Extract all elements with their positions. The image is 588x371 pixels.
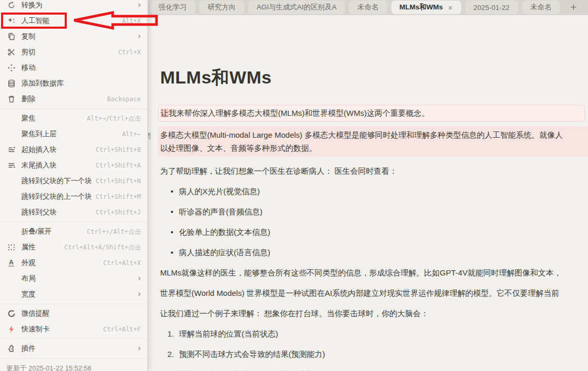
paragraph-doctor-intro[interactable]: 为了帮助理解，让我们想象一个医生在诊断病人： 医生会同时查看： (160, 165, 588, 177)
cursor-selection: 让 (161, 109, 169, 117)
tab-2025-01-22[interactable]: 2025-01-22 (465, 1, 518, 14)
tab-label: 研究方向 (208, 3, 236, 12)
menu-item-shortcut: Ctrl+↑/Alt+点击 (87, 228, 141, 236)
paragraph-billiards-intro[interactable]: 让我们通过一个例子来理解： 想象你在打台球。当你要击球时，你的大脑会： (160, 308, 588, 319)
highlighted-paragraph-block[interactable]: ¶ 多模态大模型(Multi-modal Large Models) 多模态大模… (158, 126, 588, 157)
menu-item-insert-block-start[interactable]: 起始插入块 Ctrl+Shift+B (0, 142, 147, 158)
menu-item-ai[interactable]: 人工智能 Alt+X (0, 13, 147, 29)
menu-item-jump-prev-sibling[interactable]: 跳转到父块的上一个块 Ctrl+Shift+M (0, 189, 147, 205)
sparkles-icon (7, 17, 16, 26)
menu-item-delete[interactable]: 删除 Backspace (0, 91, 147, 107)
new-tab-button[interactable]: + (565, 1, 582, 14)
chevron-right-icon: › (138, 273, 141, 284)
menu-item-label: 移动 (21, 63, 141, 73)
menu-item-label: 转换为 (21, 1, 138, 10)
menu-item-label: 删除 (21, 94, 107, 104)
menu-item-focus-parent[interactable]: 聚焦到上层 Alt+← (0, 126, 147, 142)
no-icon (7, 130, 16, 139)
appearance-icon: A (7, 259, 16, 268)
list-item[interactable]: 病人的X光片(视觉信息) (160, 186, 588, 197)
tab-reinforcement-learning[interactable]: 强化学习 (150, 1, 195, 14)
document-title[interactable]: MLMs和WMs (160, 67, 588, 88)
menu-item-shortcut: Ctrl+X (118, 49, 141, 56)
menu-item-shortcut: Alt+→/Ctrl+点击 (87, 114, 141, 123)
list-item[interactable]: 病人描述的症状(语言信息) (160, 247, 588, 258)
paragraph-gutter-icon: ¶ (148, 129, 151, 142)
menu-item-cut[interactable]: 剪切 Ctrl+X (0, 44, 147, 60)
menu-item-label: 外观 (21, 258, 103, 268)
menu-item-plugins[interactable]: 插件 › (0, 341, 147, 356)
menu-item-label: 快速制卡 (21, 325, 103, 334)
close-icon[interactable]: × (448, 3, 453, 12)
list-item[interactable]: 化验单上的数据(文本信息) (160, 226, 588, 238)
list-item[interactable]: 1.理解当前球的位置(当前状态) (160, 328, 588, 340)
list-item-text: 理解当前球的位置(当前状态) (179, 329, 278, 338)
list-item[interactable]: 听诊器的声音(音频信息) (160, 206, 588, 218)
tab-label: MLMs和WMs (400, 3, 443, 12)
menu-item-shortcut: Backspace (107, 95, 141, 103)
insert-start-icon (7, 146, 16, 154)
menu-item-label: 宽度 (21, 290, 138, 299)
menu-item-shortcut: Alt+X (122, 17, 141, 25)
menu-item-shortcut: Ctrl+Shift+A (95, 162, 141, 169)
list-item[interactable]: 3.考虑物理规律如摩擦、碰撞等(规律建模) (160, 369, 588, 371)
tab-research-direction[interactable]: 研究方向 (199, 1, 244, 14)
menu-item-insert-block-end[interactable]: 末尾插入块 Ctrl+Shift+A (0, 158, 147, 173)
bullet-list: 病人的X光片(视觉信息) 听诊器的声音(音频信息) 化验单上的数据(文本信息) … (160, 186, 588, 258)
menu-item-label: 起始插入块 (21, 145, 95, 154)
paragraph-mlms-summary[interactable]: MLMs就像这样的医生，能够整合所有这些不同类型的信息，形成综合理解。比如GPT… (160, 267, 588, 279)
menu-item-jump-parent[interactable]: 跳转到父块 Ctrl+Shift+J (0, 205, 147, 220)
menu-item-shortcut: Ctrl+Shift+N (95, 177, 141, 185)
paragraph-world-models[interactable]: 世界模型(World Models) 世界模型是一种试图在AI系统内部建立对现实… (160, 288, 588, 299)
menu-item-convert-to[interactable]: 转换为 › (0, 0, 147, 13)
database-icon (7, 79, 16, 88)
menu-item-copy[interactable]: 复制 › (0, 29, 147, 44)
no-icon (7, 274, 16, 283)
trash-icon (7, 95, 16, 104)
menu-divider (0, 222, 147, 222)
menu-item-width[interactable]: 宽度 › (0, 286, 147, 302)
menu-item-quick-flashcard[interactable]: 快速制卡 Ctrl+Alt+F (0, 321, 147, 337)
menu-item-fold-unfold[interactable]: 折叠/展开 Ctrl+↑/Alt+点击 (0, 224, 147, 240)
menu-item-label: 跳转到父块的上一个块 (21, 192, 95, 201)
tab-label: 未命名 (357, 3, 379, 12)
menu-item-focus[interactable]: 聚焦 Alt+→/Ctrl+点击 (0, 111, 147, 126)
menu-item-attributes[interactable]: 属性 Ctrl+Alt+A/Shift+点击 (0, 240, 147, 255)
tab-untitled-1[interactable]: 未命名 (349, 1, 387, 14)
no-icon (7, 208, 16, 217)
menu-item-move[interactable]: 移动 (0, 60, 147, 76)
tab-agi-vs-genai[interactable]: AGI与生成式AI的区别及A (248, 1, 345, 14)
no-icon (7, 290, 16, 299)
menu-item-label: 聚焦 (21, 114, 87, 123)
list-item-number: 1. (167, 328, 174, 340)
menu-item-appearance[interactable]: A 外观 Ctrl+Alt+X (0, 255, 147, 271)
menu-item-label: 跳转到父块的下一个块 (21, 176, 95, 186)
menu-divider (0, 304, 147, 304)
list-item-number: 3. (167, 369, 174, 371)
menu-item-layout[interactable]: 布局 › (0, 271, 147, 286)
chevron-right-icon: › (138, 343, 141, 354)
menu-divider (0, 109, 147, 109)
block-context-menu: 转换为 › 人工智能 Alt+X 复制 › 剪切 Ctrl+X 移动 (0, 0, 148, 371)
tab-label: 2025-01-22 (474, 4, 510, 11)
no-icon (7, 228, 16, 236)
tab-untitled-2[interactable]: 未命名 (522, 1, 560, 14)
scissors-icon (7, 48, 16, 57)
menu-item-label: 人工智能 (21, 16, 122, 26)
selected-paragraph-block[interactable]: 让我来帮你深入理解多模态大模型(MLMs)和世界模型(WMs)这两个重要概念。 (158, 105, 585, 122)
paragraph-text: 我来帮你深入理解多模态大模型(MLMs)和世界模型(WMs)这两个重要概念。 (169, 109, 429, 117)
chevron-right-icon: › (138, 31, 141, 42)
list-item[interactable]: 2.预测不同击球方式会导致的结果(预测能力) (160, 349, 588, 360)
menu-item-add-to-database[interactable]: 添加到数据库 (0, 76, 147, 91)
move-icon (7, 64, 16, 73)
no-icon (7, 193, 16, 201)
menu-item-shortcut: Ctrl+Alt+A/Shift+点击 (64, 243, 141, 252)
menu-item-shortcut: Ctrl+Shift+M (95, 193, 141, 200)
menu-item-label: 剪切 (21, 47, 118, 57)
no-icon (7, 177, 16, 186)
attributes-icon (7, 243, 16, 252)
menu-item-jump-next-sibling[interactable]: 跳转到父块的下一个块 Ctrl+Shift+N (0, 173, 147, 189)
menu-item-label: 末尾插入块 (21, 161, 95, 170)
tab-mlms-and-wms[interactable]: MLMs和WMs × (391, 1, 461, 14)
menu-item-wechat-reminder[interactable]: 微信提醒 (0, 306, 147, 321)
